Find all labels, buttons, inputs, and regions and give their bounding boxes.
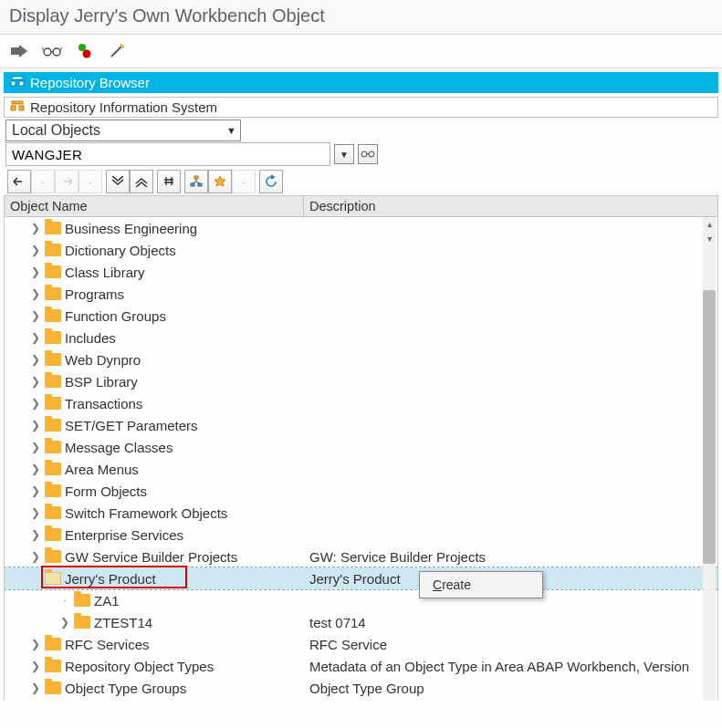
folder-icon [45,397,61,410]
hierarchy-button[interactable] [184,170,208,193]
expander-icon[interactable]: ❯ [30,222,41,234]
expander-icon[interactable]: ❯ [30,638,41,650]
tree-row[interactable]: ❯Area Menus [5,458,717,480]
svg-rect-7 [12,101,23,104]
nav-fwd-button [55,170,78,193]
expander-icon[interactable]: ❯ [30,550,41,563]
tree-row[interactable]: ❯Dictionary Objects [5,239,717,261]
expander-icon[interactable]: ❯ [30,660,41,672]
expander-icon[interactable]: ❯ [30,309,41,322]
expander-icon[interactable]: ❯ [30,244,41,256]
nav-back-button[interactable] [7,170,31,193]
tree-item-label: Form Objects [65,484,147,499]
expander-icon[interactable]: ❯ [30,681,41,694]
repository-info-bar[interactable]: Repository Information System [4,97,718,118]
tree-row[interactable]: ❯Repository Object TypesMetadata of an O… [5,655,717,677]
tree-item-label: Programs [65,286,124,302]
expander-icon[interactable]: ❯ [30,353,41,366]
folder-icon [45,550,61,563]
tree-row[interactable]: ❯SET/GET Parameters [5,414,717,436]
context-menu-create[interactable]: Create [422,575,540,595]
tree-row[interactable]: ❯Switch Framework Objects [5,502,717,524]
svg-point-3 [83,50,91,58]
wizard-wand-icon[interactable] [108,42,128,60]
tree-row[interactable]: ❯Class Library [5,261,717,283]
svg-rect-12 [194,176,198,179]
tree-row[interactable]: Jerry's ProductJerry's Product [5,567,717,589]
tree-item-desc: GW: Service Builder Projects [304,549,717,565]
tree-item-label: Includes [65,330,116,346]
expander-icon[interactable]: ❯ [30,397,41,410]
collapse-all-button[interactable] [106,170,130,193]
tree-item-label: ZA1 [94,593,120,608]
column-description[interactable]: Description [304,196,717,216]
glasses-small-button[interactable] [358,144,378,164]
dropdown-button[interactable]: ▼ [334,144,354,164]
context-menu: Create [419,571,543,598]
expander-icon[interactable]: ❯ [30,484,41,497]
repo-info-label: Repository Information System [30,99,217,115]
svg-point-1 [53,48,60,56]
find-button[interactable] [157,170,181,193]
tree-row[interactable]: ❯Form Objects [5,480,717,502]
tree-row[interactable]: ❯Message Classes [5,436,717,458]
folder-icon [45,419,61,432]
expander-icon[interactable]: · [59,594,70,607]
tree-row[interactable]: ❯ZTEST14test 0714 [5,611,717,633]
tree-item-label: Transactions [65,396,142,411]
tree-item-label: Object Type Groups [65,681,186,696]
folder-icon [45,441,61,453]
expander-icon[interactable]: ❯ [30,419,41,432]
expander-icon[interactable]: ❯ [30,331,41,344]
expander-icon[interactable]: ❯ [30,463,41,475]
svg-point-11 [369,151,374,157]
tree-row[interactable]: ❯Function Groups [5,305,717,327]
expander-icon[interactable]: ❯ [59,616,70,629]
tree-row[interactable]: ❯Enterprise Services [5,524,717,546]
tree-row[interactable]: ❯BSP Library [5,370,717,392]
tree-item-label: GW Service Builder Projects [65,549,237,565]
tree-item-desc: Metadata of an Object Type in Area ABAP … [304,659,717,674]
expander-icon[interactable]: ❯ [30,528,41,541]
expand-all-button[interactable] [130,170,153,193]
tree-item-label: Dictionary Objects [65,243,176,258]
chevron-down-icon: ▼ [340,150,349,160]
object-tree[interactable]: ▴ ▾ ❯Business Engineering❯Dictionary Obj… [4,217,718,701]
chevron-down-icon: ▼ [226,125,236,136]
tree-item-label: Class Library [65,265,145,280]
tree-item-label: Area Menus [65,462,139,477]
tree-row[interactable]: ❯GW Service Builder ProjectsGW: Service … [5,546,717,567]
refresh-button[interactable] [259,170,283,193]
object-type-dropdown[interactable]: Local Objects ▼ [5,120,241,141]
svg-rect-9 [19,106,24,110]
tree-row[interactable]: ❯Business Engineering [5,217,717,239]
execute-arrow-icon[interactable] [9,42,29,60]
repository-browser-bar[interactable]: Repository Browser [4,72,718,93]
expander-icon[interactable]: ❯ [30,265,41,278]
column-object-name[interactable]: Object Name [5,196,304,216]
tree-row[interactable]: ❯Transactions [5,392,717,414]
tree-row[interactable]: ❯RFC ServicesRFC Service [5,633,717,655]
tree-row[interactable]: ❯Includes [5,327,717,348]
tree-row[interactable]: ·ZA1 [5,589,717,611]
scroll-up-icon[interactable]: ▴ [703,217,716,230]
scrollbar-thumb[interactable] [703,290,716,564]
tree-row[interactable]: ❯Web Dynpro [5,348,717,370]
expander-icon[interactable]: ❯ [30,287,41,300]
tree-item-label: Enterprise Services [65,527,183,543]
expander-icon[interactable]: ❯ [30,441,41,453]
tree-row[interactable]: ❯Object Type GroupsObject Type Group [5,677,717,699]
favorite-button[interactable] [208,170,232,193]
main-toolbar [0,35,722,68]
user-input[interactable] [5,142,330,166]
status-icon[interactable] [75,42,95,60]
tree-item-label: SET/GET Parameters [65,418,198,433]
tree-row[interactable]: ❯Programs [5,283,717,305]
expander-icon[interactable]: ❯ [30,375,41,388]
glasses-icon[interactable] [42,42,62,60]
repo-info-icon [10,100,25,115]
tree-item-label: Repository Object Types [65,659,214,674]
scroll-down-icon[interactable]: ▾ [703,232,716,244]
folder-icon [45,244,61,256]
expander-icon[interactable]: ❯ [30,506,41,519]
